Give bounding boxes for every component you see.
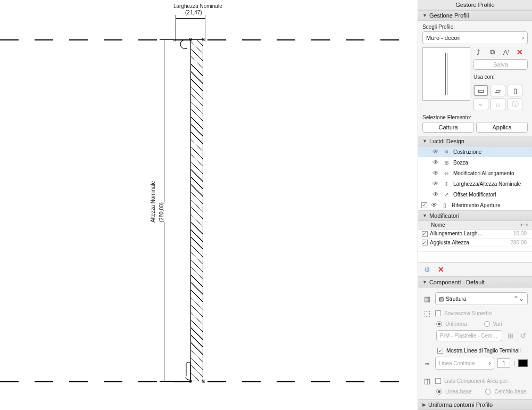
dim-width-extent-left xyxy=(176,15,176,42)
marker-x: ⋇ xyxy=(201,378,205,384)
profile-combo-value: Muro - decori xyxy=(426,35,461,41)
section-uniforma-contorni[interactable]: ▶ Uniforma contorni Profilo xyxy=(418,399,532,410)
guide-line-top xyxy=(0,39,415,40)
modifier-checkbox[interactable]: ✓ xyxy=(422,240,428,245)
disclosure-triangle-icon: ▼ xyxy=(422,280,427,285)
profile-manager-panel: Gestore Profilo ▼ Gestione Profili Scegl… xyxy=(418,0,532,410)
line-color-swatch[interactable] xyxy=(518,359,528,367)
layer-checkbox[interactable]: ✓ xyxy=(421,202,427,208)
layer-list: 👁⧈Costruzione 👁⊞Bozza 👁⇔Modificatori All… xyxy=(418,146,532,210)
use-with-wall[interactable]: ▭ xyxy=(473,85,488,96)
dim-height-tick-bottom xyxy=(160,381,177,382)
use-with-beam[interactable]: ▱ xyxy=(491,85,505,96)
radio-uniforma[interactable] xyxy=(436,321,442,327)
layer-icon: ▯ xyxy=(441,202,448,208)
dim-height-tick-top xyxy=(160,39,177,40)
dim-height-label: Altezza Nominale xyxy=(149,181,157,223)
dim-width-value: (21,47) xyxy=(184,10,203,15)
eye-icon[interactable]: 👁 xyxy=(432,180,439,187)
delete-profile-icon[interactable]: ✕ xyxy=(515,47,525,57)
eye-icon[interactable]: 👁 xyxy=(432,169,439,177)
surface-icon: ⬚ xyxy=(422,308,432,318)
guide-line-bottom xyxy=(0,381,415,382)
modifier-row[interactable]: ✓ Aggiusta Altezza 280,00 xyxy=(418,239,532,248)
modifiers-header: Nome ⟷ xyxy=(418,221,532,229)
layer-row-larghezza-altezza[interactable]: 👁⇕Larghezza/Altezza Nominale xyxy=(418,178,532,189)
marker-x: ⋇ xyxy=(201,36,205,42)
section-label: Lucidi Design xyxy=(429,138,464,144)
layer-icon: ⧈ xyxy=(443,149,450,155)
panel-title: Gestore Profilo xyxy=(418,0,532,10)
area-icon: ◫ xyxy=(422,376,432,386)
layer-row-offset[interactable]: 👁⤢Offset Modificatori xyxy=(418,189,532,200)
modifier-checkbox[interactable]: ✓ xyxy=(422,231,428,237)
section-label: Uniforma contorni Profilo xyxy=(428,401,493,408)
eye-icon[interactable]: 👁 xyxy=(432,159,439,166)
section-componenti[interactable]: ▼ Componenti - Default xyxy=(418,277,532,288)
mostra-linee-checkbox[interactable]: ✓ xyxy=(437,348,443,354)
layer-row-bozza[interactable]: 👁⊞Bozza xyxy=(418,157,532,168)
line-weight-input[interactable] xyxy=(497,358,510,368)
material-picker-icon[interactable]: ⊞ xyxy=(505,331,515,341)
marker-x: ⋇ xyxy=(188,36,193,42)
component-toolbar: ⚙ ✕ xyxy=(418,263,532,277)
section-gestione-profili[interactable]: ▼ Gestione Profili xyxy=(418,10,532,21)
dim-height-value: (280,00) xyxy=(157,202,165,222)
sovrascrivi-label: Sovrascrivi Superfici xyxy=(444,310,493,316)
profile-preview[interactable] xyxy=(422,47,470,101)
radio-linea-base[interactable] xyxy=(436,389,442,395)
dim-width-label: Larghezza Nominale xyxy=(172,3,223,9)
col-value-icon: ⟷ xyxy=(503,222,528,228)
modifier-row[interactable]: ✓ Allungamento Largh… 10,00 xyxy=(418,229,532,239)
chevron-right-icon: › xyxy=(522,34,524,42)
section-modificatori[interactable]: ▼ Modificatori xyxy=(418,210,532,221)
modifier-row-empty xyxy=(418,247,532,252)
disclosure-triangle-icon: ▼ xyxy=(422,138,427,144)
linea-continua-combo[interactable]: Linea Continua› xyxy=(435,357,494,370)
rename-profile-icon[interactable]: Aᴵ xyxy=(501,47,511,57)
wall-profile[interactable] xyxy=(190,39,203,381)
layer-row-modificatori-allungamento[interactable]: 👁⇔Modificatori Allungamento xyxy=(418,168,532,178)
layer-icon: ⇔ xyxy=(443,170,450,176)
eye-icon[interactable]: 👁 xyxy=(432,191,439,198)
choose-profile-label: Scegli Profilo: xyxy=(422,24,528,30)
section-lucidi-design[interactable]: ▼ Lucidi Design xyxy=(418,136,532,146)
material-combo[interactable]: PrM - Piastrelle - Cem… xyxy=(436,330,502,341)
chevron-updown-icon: ⌃⌄ xyxy=(513,295,524,302)
profile-editor-canvas[interactable]: Larghezza Nominale (21,47) Altezza Nomin… xyxy=(0,0,418,410)
component-delete-icon[interactable]: ✕ xyxy=(436,265,446,274)
duplicate-profile-icon[interactable]: ⧉ xyxy=(487,47,497,57)
new-profile-icon[interactable]: ⤴ xyxy=(473,47,483,57)
hatch-icon: ▨ xyxy=(439,296,444,302)
use-with-rail[interactable]: ⌁ xyxy=(473,99,488,110)
use-with-other[interactable]: ⓘ xyxy=(508,99,522,110)
struttura-combo[interactable]: ▨Struttura ⌃⌄ xyxy=(435,292,528,305)
eye-icon[interactable]: 👁 xyxy=(432,148,439,155)
section-label: Componenti - Default xyxy=(429,279,485,285)
material-reset-icon[interactable]: ↺ xyxy=(518,331,528,341)
radio-vari[interactable] xyxy=(484,321,490,327)
capture-button[interactable]: Cattura xyxy=(422,122,474,133)
selection-element-label: Selezione Elemento: xyxy=(422,114,528,120)
save-button[interactable]: Salva xyxy=(473,59,528,70)
radio-cerchio-base[interactable] xyxy=(485,389,491,395)
structure-icon: ▥ xyxy=(422,294,432,304)
col-name: Nome xyxy=(431,222,503,228)
marker-x: ⋇ xyxy=(188,378,193,384)
profile-combo[interactable]: Muro - decori › xyxy=(422,31,528,44)
disclosure-triangle-icon: ▼ xyxy=(422,213,427,218)
use-with-label: Usa con: xyxy=(473,74,528,80)
use-with-column[interactable]: ▯ xyxy=(508,85,522,96)
apply-button[interactable]: Applica xyxy=(476,122,528,133)
eye-icon[interactable]: 👁 xyxy=(430,201,438,209)
modifier-blank-area xyxy=(418,252,532,263)
section-label: Gestione Profili xyxy=(429,12,469,19)
use-with-object[interactable]: ⌂ xyxy=(491,99,505,110)
layer-icon: ⇕ xyxy=(443,181,450,187)
layer-row-riferimento-aperture[interactable]: ✓👁▯Riferimento Aperture xyxy=(418,200,532,210)
layer-row-costruzione[interactable]: 👁⧈Costruzione xyxy=(418,146,532,157)
sovrascrivi-checkbox[interactable] xyxy=(435,310,441,316)
lista-componenti-checkbox[interactable] xyxy=(435,378,441,384)
component-settings-icon[interactable]: ⚙ xyxy=(422,265,432,274)
disclosure-triangle-icon: ▼ xyxy=(422,13,427,18)
